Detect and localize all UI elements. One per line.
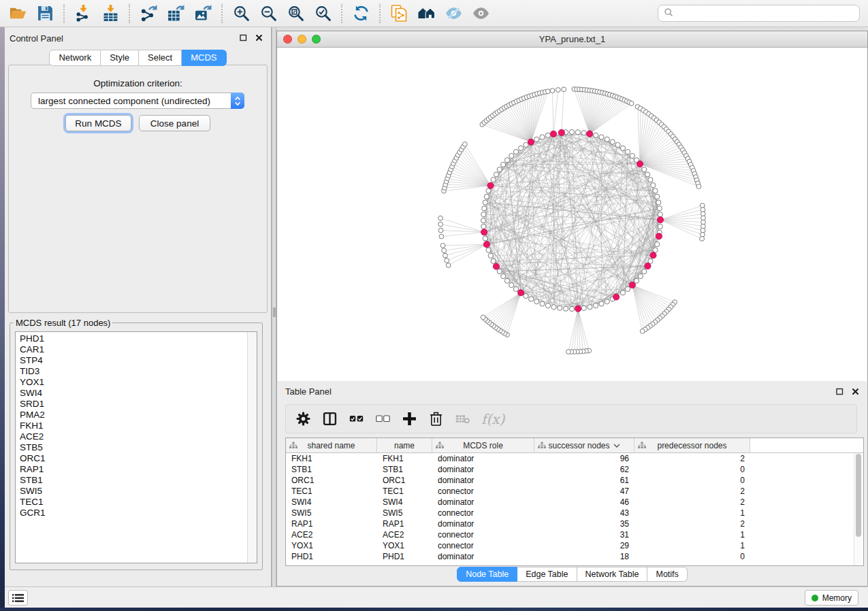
- memory-button[interactable]: Memory: [805, 590, 858, 606]
- graph-node[interactable]: [593, 303, 598, 308]
- graph-node[interactable]: [524, 293, 528, 298]
- graph-node[interactable]: [581, 131, 586, 135]
- graph-node[interactable]: [599, 301, 604, 306]
- graph-node[interactable]: [439, 234, 444, 239]
- graph-node[interactable]: [442, 248, 447, 253]
- tab-style[interactable]: Style: [101, 50, 139, 66]
- run-mcds-button[interactable]: Run MCDS: [65, 115, 131, 131]
- graph-node[interactable]: [440, 243, 445, 248]
- clear-all-checks-button[interactable]: [375, 412, 390, 426]
- graph-node[interactable]: [556, 88, 560, 93]
- graph-node[interactable]: [481, 212, 486, 217]
- refresh-view-button[interactable]: [349, 3, 372, 24]
- mcds-result-item[interactable]: CAR1: [16, 344, 247, 355]
- table-row[interactable]: RAP1RAP1dominator352: [286, 518, 863, 529]
- graph-node[interactable]: [634, 278, 639, 283]
- graph-node[interactable]: [491, 178, 496, 182]
- graph-node[interactable]: [645, 172, 649, 177]
- graph-hub-node[interactable]: [483, 242, 489, 248]
- table-row[interactable]: SWI4SWI4dominator462: [286, 497, 863, 508]
- float-panel-icon[interactable]: [240, 34, 247, 42]
- delete-row-button[interactable]: [428, 412, 443, 426]
- table-row[interactable]: ORC1ORC1dominator610: [286, 475, 863, 486]
- graph-node[interactable]: [513, 150, 518, 154]
- graph-node[interactable]: [445, 258, 449, 263]
- add-row-button[interactable]: [402, 412, 417, 426]
- close-panel-icon[interactable]: [255, 34, 263, 42]
- graph-node[interactable]: [564, 306, 568, 311]
- graph-node[interactable]: [615, 142, 620, 147]
- graph-node[interactable]: [483, 236, 487, 241]
- graph-node[interactable]: [551, 305, 556, 310]
- graph-node[interactable]: [438, 228, 443, 233]
- export-image-button[interactable]: [191, 3, 214, 24]
- save-session-button[interactable]: [33, 3, 57, 24]
- graph-node[interactable]: [588, 305, 592, 310]
- import-network-button[interactable]: [71, 3, 95, 24]
- mcds-result-listbox[interactable]: PHD1CAR1STP4TID3YOX1SWI4SRD1PMA2FKH1ACE2…: [15, 331, 257, 563]
- import-table-button[interactable]: [99, 3, 122, 24]
- graph-node[interactable]: [642, 269, 647, 274]
- graph-hub-node[interactable]: [657, 216, 663, 222]
- panel-splitter[interactable]: [272, 27, 276, 587]
- graph-node[interactable]: [656, 200, 661, 205]
- panels-menu-button[interactable]: [8, 590, 28, 606]
- close-panel-button[interactable]: Close panel: [139, 115, 210, 131]
- table-row[interactable]: ACE2ACE2connector311: [286, 529, 863, 540]
- graph-node[interactable]: [518, 146, 523, 150]
- graph-node[interactable]: [653, 188, 658, 193]
- graph-node[interactable]: [569, 129, 574, 134]
- mcds-result-item[interactable]: SWI5: [16, 486, 247, 497]
- zoom-out-button[interactable]: [257, 3, 280, 24]
- mcds-result-item[interactable]: RAP1: [16, 464, 247, 475]
- graph-node[interactable]: [491, 259, 496, 263]
- column-header-successor-nodes[interactable]: successor nodes: [534, 438, 634, 452]
- graph-node[interactable]: [593, 133, 598, 137]
- graph-node[interactable]: [599, 135, 604, 139]
- hide-selected-button[interactable]: [442, 3, 465, 24]
- mcds-result-item[interactable]: STB5: [16, 442, 247, 453]
- mcds-result-item[interactable]: STB1: [16, 475, 247, 486]
- graph-node[interactable]: [443, 253, 448, 258]
- graph-node[interactable]: [655, 242, 660, 246]
- graph-node[interactable]: [651, 183, 656, 188]
- graph-node[interactable]: [438, 216, 443, 220]
- graph-node[interactable]: [653, 248, 658, 252]
- graph-node[interactable]: [620, 291, 625, 295]
- graph-node[interactable]: [605, 137, 609, 142]
- graph-node[interactable]: [638, 274, 643, 278]
- network-canvas[interactable]: [277, 48, 867, 381]
- graph-node[interactable]: [509, 282, 514, 287]
- network-graph[interactable]: [277, 48, 867, 381]
- close-window-button[interactable]: [283, 35, 292, 44]
- zoom-in-button[interactable]: [229, 3, 253, 24]
- toggle-columns-button[interactable]: [322, 412, 337, 426]
- graph-node[interactable]: [569, 306, 574, 311]
- tab-select[interactable]: Select: [139, 50, 182, 66]
- graph-hub-node[interactable]: [587, 131, 593, 137]
- graph-node[interactable]: [629, 101, 634, 106]
- export-network-button[interactable]: [137, 3, 160, 24]
- graph-node[interactable]: [488, 253, 493, 258]
- graph-node[interactable]: [648, 178, 653, 182]
- graph-node[interactable]: [625, 150, 630, 154]
- graph-node[interactable]: [501, 162, 506, 167]
- graph-node[interactable]: [696, 184, 701, 189]
- graph-node[interactable]: [655, 194, 660, 199]
- mcds-result-item[interactable]: PHD1: [16, 333, 247, 344]
- network-window-titlebar[interactable]: YPA_prune.txt_1: [277, 31, 867, 48]
- table-row[interactable]: PHD1PHD1dominator180: [286, 551, 863, 562]
- tab-motifs[interactable]: Motifs: [647, 567, 687, 582]
- float-panel-icon[interactable]: [836, 388, 843, 395]
- graph-node[interactable]: [550, 88, 555, 93]
- mcds-result-item[interactable]: SWI4: [16, 388, 247, 399]
- tab-mcds[interactable]: MCDS: [182, 50, 226, 66]
- table-row[interactable]: YOX1YOX1connector291: [286, 540, 863, 551]
- graph-node[interactable]: [620, 146, 625, 150]
- graph-node[interactable]: [534, 137, 539, 142]
- graph-node[interactable]: [486, 188, 491, 193]
- mcds-result-item[interactable]: PMA2: [16, 410, 247, 420]
- zoom-fit-button[interactable]: [284, 3, 307, 24]
- graph-hub-node[interactable]: [629, 282, 635, 288]
- graph-node[interactable]: [545, 133, 550, 137]
